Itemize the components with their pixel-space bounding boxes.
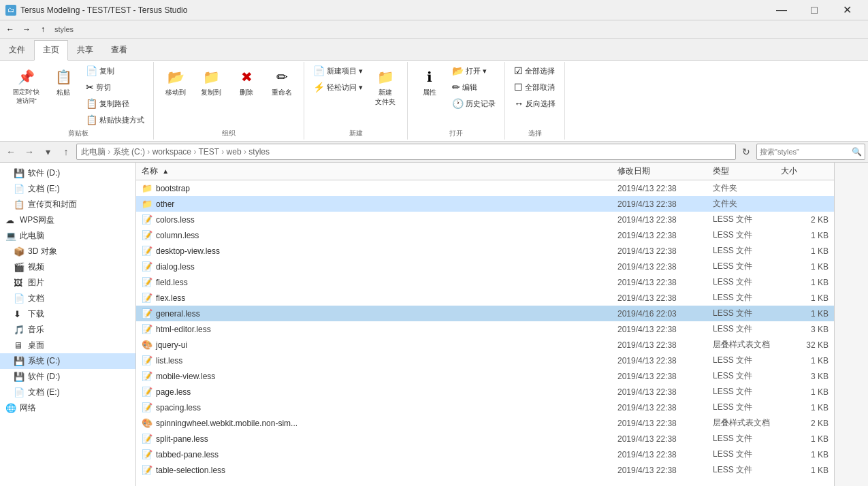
less-icon-11: 📝 [142,355,152,366]
sidebar-item-15[interactable]: 🌐网络 [0,400,135,416]
file-row-12[interactable]: 📝 mobile-view.less 2019/4/13 22:38 LESS … [136,368,834,384]
file-row-13[interactable]: 📝 page.less 2019/4/13 22:38 LESS 文件 1 KB [136,384,834,400]
clipboard-group: 📌 固定到"快速访问" 📋 粘贴 📄 复制 ✂ [3,62,154,140]
delete-btn[interactable]: ✖ 删除 [230,63,263,100]
sidebar-item-14[interactable]: 📄文档 (E:) [0,385,135,400]
nav-forward-btn[interactable]: → [21,144,37,160]
sidebar-item-icon-1: 📄 [14,184,25,195]
file-size-15: 2 KB [781,419,829,428]
file-row-2[interactable]: 📝 colors.less 2019/4/13 22:38 LESS 文件 2 … [136,212,834,227]
nav-up-btn[interactable]: ↑ [58,144,74,160]
new-item-btn[interactable]: 📄 新建项目 ▾ [310,63,366,78]
sidebar-item-2[interactable]: 📋宣传页和封面 [0,197,135,212]
file-row-8[interactable]: 📝 general.less 2019/4/16 22:03 LESS 文件 1… [136,306,834,321]
search-input[interactable] [760,148,852,156]
file-row-7[interactable]: 📝 flex.less 2019/4/13 22:38 LESS 文件 1 KB [136,290,834,306]
tab-view[interactable]: 查看 [102,40,136,60]
paste-shortcut-btn[interactable]: 📋 粘贴快捷方式 [82,112,148,127]
file-row-4[interactable]: 📝 desktop-view.less 2019/4/13 22:38 LESS… [136,243,834,259]
new-folder-btn[interactable]: 📁 新建文件夹 [369,63,402,110]
sidebar-item-5[interactable]: 📦3D 对象 [0,244,135,259]
file-size-6: 1 KB [781,278,829,287]
sidebar-item-icon-0: 💾 [14,168,25,179]
delete-icon: ✖ [236,66,257,88]
sidebar-item-6[interactable]: 🎬视频 [0,259,135,275]
file-row-1[interactable]: 📁 other 2019/4/13 22:38 文件夹 [136,196,834,212]
col-name-header[interactable]: 名称 ▲ [142,165,617,177]
ribbon: 文件 主页 共享 查看 📌 固定到"快速访问" 📋 粘贴 [0,39,868,142]
new-item-label: 新建项目 ▾ [327,66,363,76]
file-type-8: LESS 文件 [713,308,781,319]
qa-forward-btn[interactable]: → [19,22,34,37]
col-type-header[interactable]: 类型 [713,165,781,177]
deselect-all-btn[interactable]: ☐ 全部取消 [511,80,559,95]
file-row-3[interactable]: 📝 column.less 2019/4/13 22:38 LESS 文件 1 … [136,227,834,243]
minimize-button[interactable]: — [766,0,797,20]
file-type-17: LESS 文件 [713,449,781,460]
file-row-17[interactable]: 📝 tabbed-pane.less 2019/4/13 22:38 LESS … [136,447,834,462]
history-btn[interactable]: 🕐 历史记录 [449,96,499,111]
file-row-10[interactable]: 🎨 jquery-ui 2019/4/13 22:38 层叠样式表文档 32 K… [136,337,834,353]
file-type-15: 层叠样式表文档 [713,417,781,429]
file-row-15[interactable]: 🎨 spinningwheel.webkit.mobile.non-sim...… [136,415,834,431]
sidebar-item-label-10: 音乐 [28,324,44,336]
file-row-0[interactable]: 📁 bootstrap 2019/4/13 22:38 文件夹 [136,180,834,196]
pin-btn[interactable]: 📌 固定到"快速访问" [8,63,44,108]
paste-btn[interactable]: 📋 粘贴 [47,63,80,100]
sidebar-item-0[interactable]: 💾软件 (D:) [0,165,135,181]
file-row-6[interactable]: 📝 field.less 2019/4/13 22:38 LESS 文件 1 K… [136,274,834,290]
edit-btn[interactable]: ✏ 编辑 [449,80,499,95]
sidebar-item-4[interactable]: 💻此电脑 [0,228,135,244]
sidebar-item-8[interactable]: 📄文档 [0,291,135,306]
file-row-16[interactable]: 📝 split-pane.less 2019/4/13 22:38 LESS 文… [136,431,834,447]
easy-access-btn[interactable]: ⚡ 轻松访问 ▾ [310,80,366,95]
close-button[interactable]: ✕ [831,0,863,20]
sidebar-item-7[interactable]: 🖼图片 [0,275,135,291]
sidebar-item-10[interactable]: 🎵音乐 [0,322,135,338]
rename-btn[interactable]: ✏ 重命名 [266,63,298,100]
maximize-button[interactable]: □ [799,0,830,20]
sidebar-item-1[interactable]: 📄文档 (E:) [0,181,135,197]
file-size-16: 1 KB [781,434,829,444]
sidebar-item-11[interactable]: 🖥桌面 [0,338,135,353]
new-group: 📄 新建项目 ▾ ⚡ 轻松访问 ▾ 📁 新建文件夹 新建 [304,62,408,140]
nav-recent-btn[interactable]: ▾ [39,144,56,160]
invert-btn[interactable]: ↔ 反向选择 [511,96,559,111]
file-row-14[interactable]: 📝 spacing.less 2019/4/13 22:38 LESS 文件 1… [136,400,834,415]
sidebar-item-12[interactable]: 💾系统 (C:) [0,353,135,369]
sidebar-item-9[interactable]: ⬇下载 [0,306,135,322]
file-size-4: 1 KB [781,246,829,256]
col-date-header[interactable]: 修改日期 [617,165,713,177]
tab-share[interactable]: 共享 [68,40,102,60]
sidebar-item-3[interactable]: ☁WPS网盘 [0,212,135,228]
easy-access-label: 轻松访问 ▾ [327,82,363,93]
copy-path-btn[interactable]: 📋 复制路径 [82,96,148,111]
qa-back-btn[interactable]: ← [3,22,18,37]
open-btn[interactable]: 📂 打开 ▾ [449,63,499,78]
copy-btn[interactable]: 📄 复制 [82,63,148,78]
tab-home[interactable]: 主页 [34,40,68,61]
file-name-2: 📝 colors.less [142,214,617,225]
copy-to-btn[interactable]: 📁 复制到 [195,63,227,100]
file-row-11[interactable]: 📝 list.less 2019/4/13 22:38 LESS 文件 1 KB [136,353,834,368]
qa-up-btn[interactable]: ↑ [35,22,50,37]
cut-btn[interactable]: ✂ 剪切 [82,80,148,95]
refresh-btn[interactable]: ↻ [738,144,754,160]
address-path[interactable]: 此电脑 › 系统 (C:) › workspace › TEST › web ›… [76,144,736,160]
col-size-header[interactable]: 大小 [781,165,829,177]
file-row-9[interactable]: 📝 html-editor.less 2019/4/13 22:38 LESS … [136,321,834,337]
select-all-icon: ☑ [514,65,523,76]
file-rows-container: 📁 bootstrap 2019/4/13 22:38 文件夹 📁 other … [136,180,834,478]
file-name-11: 📝 list.less [142,355,617,366]
select-all-btn[interactable]: ☑ 全部选择 [511,63,559,78]
properties-btn[interactable]: ℹ 属性 [413,63,446,100]
sidebar-item-13[interactable]: 💾软件 (D:) [0,369,135,385]
nav-back-btn[interactable]: ← [3,144,19,160]
tab-file[interactable]: 文件 [0,40,34,60]
file-row-5[interactable]: 📝 dialog.less 2019/4/13 22:38 LESS 文件 1 … [136,259,834,274]
file-row-18[interactable]: 📝 table-selection.less 2019/4/13 22:38 L… [136,462,834,478]
search-bar[interactable]: 🔍 [756,144,865,160]
move-to-btn[interactable]: 📂 移动到 [159,63,192,100]
less-icon-5: 📝 [142,261,152,272]
sidebar-item-icon-15: 🌐 [5,403,16,414]
